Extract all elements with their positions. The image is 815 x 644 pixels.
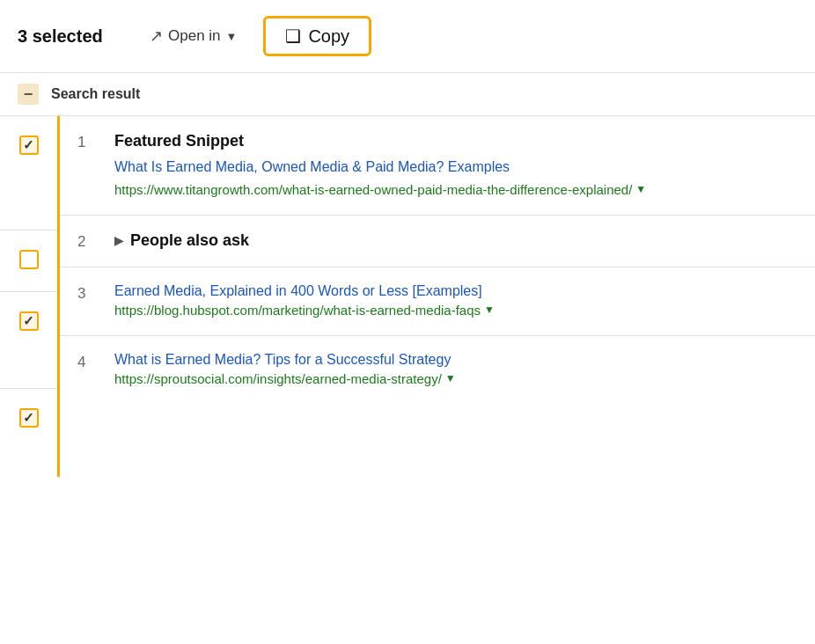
row-content-2: ▶ People also ask [114,231,797,250]
checkbox-cell-1 [0,116,57,231]
url-chevron-icon-3: ▼ [484,303,495,318]
content-column: 1 Featured Snippet What Is Earned Media,… [60,116,815,477]
row-link-4[interactable]: What is Earned Media? Tips for a Success… [114,352,797,368]
checkbox-column [0,116,60,477]
selected-count: 3 selected [18,26,123,47]
row-number-3: 3 [77,283,99,303]
open-in-button[interactable]: ↗︎ Open in ▼ [141,21,246,51]
copy-icon: ❑ [285,26,301,47]
row-number-1: 1 [77,132,99,151]
row-content-1: Featured Snippet What Is Earned Media, O… [114,132,797,199]
deselect-all-button[interactable]: − [18,84,39,105]
row-link-3[interactable]: Earned Media, Explained in 400 Words or … [114,283,797,299]
checkbox-row-2[interactable] [19,250,39,269]
table-row: 2 ▶ People also ask [60,216,815,267]
url-chevron-icon-4: ▼ [445,371,456,386]
copy-button[interactable]: ❑ Copy [263,16,371,56]
results-area: 1 Featured Snippet What Is Earned Media,… [0,116,815,477]
row-content-3: Earned Media, Explained in 400 Words or … [114,283,797,319]
table-row: 3 Earned Media, Explained in 400 Words o… [60,267,815,336]
checkbox-cell-3 [0,292,57,389]
featured-snippet-label: Featured Snippet [114,132,244,150]
expand-icon: ▶ [114,234,123,247]
checkbox-row-3[interactable] [19,311,39,331]
row-url-3[interactable]: https://blog.hubspot.com/marketing/what-… [114,301,797,319]
row-content-4: What is Earned Media? Tips for a Success… [114,352,797,388]
checkbox-row-4[interactable] [19,408,39,428]
open-in-icon: ↗︎ [150,26,163,46]
checkbox-cell-2 [0,231,57,292]
table-row: 4 What is Earned Media? Tips for a Succe… [60,336,815,404]
toolbar: 3 selected ↗︎ Open in ▼ ❑ Copy [0,0,815,73]
checkbox-row-1[interactable] [19,135,39,155]
table-row: 1 Featured Snippet What Is Earned Media,… [60,116,815,216]
copy-label: Copy [308,26,349,47]
row-title-2: ▶ People also ask [114,231,249,250]
row-number-4: 4 [77,352,99,371]
row-number-2: 2 [77,231,99,251]
row-url-4[interactable]: https://sproutsocial.com/insights/earned… [114,370,797,388]
row-title-1: Featured Snippet [114,132,797,150]
table-header-label: Search result [51,86,140,102]
table-header: − Search result [0,73,815,116]
checkbox-cell-4 [0,389,57,477]
chevron-down-icon: ▼ [226,30,238,43]
row-url-1[interactable]: https://www.titangrowth.com/what-is-earn… [114,180,797,199]
open-in-label: Open in [168,27,221,45]
row-link-1[interactable]: What Is Earned Media, Owned Media & Paid… [114,157,797,177]
url-chevron-icon-1: ▼ [635,182,646,197]
